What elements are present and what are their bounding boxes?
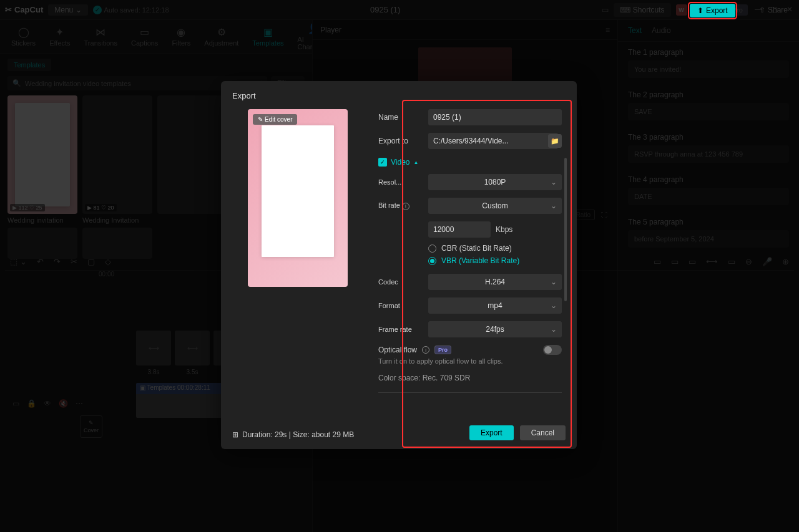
cover-preview: ✎ Edit cover: [248, 109, 348, 287]
export-icon: ⬆: [697, 6, 703, 15]
format-label: Format: [378, 302, 422, 309]
film-icon: ⊞: [232, 430, 238, 439]
export-info: ⊞ Duration: 29s | Size: about 29 MB: [232, 430, 354, 439]
color-space-label: Color space: Rec. 709 SDR: [378, 374, 562, 382]
browse-folder-button[interactable]: 📁: [548, 134, 562, 148]
optical-flow-help: Turn it on to apply optical flow to all …: [378, 357, 562, 365]
export-button-top[interactable]: ⬆ Export: [690, 4, 735, 17]
optical-flow-toggle[interactable]: [543, 345, 562, 355]
edit-cover-button[interactable]: ✎ Edit cover: [253, 114, 297, 125]
name-label: Name: [378, 113, 422, 122]
info-icon[interactable]: i: [402, 203, 409, 210]
info-icon[interactable]: i: [422, 346, 429, 354]
kbps-input[interactable]: [428, 221, 491, 238]
kbps-unit: Kbps: [496, 225, 512, 234]
scrollbar[interactable]: [564, 158, 567, 301]
export-confirm-button[interactable]: Export: [469, 425, 514, 440]
cbr-radio-row[interactable]: CBR (Static Bit Rate): [428, 244, 562, 253]
resolution-select[interactable]: 1080P: [428, 174, 562, 190]
radio-icon[interactable]: [428, 257, 436, 265]
codec-label: Codec: [378, 278, 422, 286]
video-section-toggle[interactable]: ✓ Video ▲: [378, 158, 562, 167]
radio-icon[interactable]: [428, 244, 436, 253]
modal-title: Export: [232, 91, 566, 100]
optical-flow-label: Optical flow: [378, 346, 417, 354]
export-modal: Export ✎ Edit cover Name Export to 📁: [221, 81, 577, 449]
name-input[interactable]: [428, 109, 562, 125]
framerate-label: Frame rate: [378, 326, 422, 333]
pro-badge: Pro: [434, 346, 451, 354]
export-to-label: Export to: [378, 137, 422, 145]
video-checkbox[interactable]: ✓: [378, 158, 387, 167]
format-select[interactable]: mp4: [428, 297, 562, 314]
export-path-input[interactable]: [428, 133, 558, 149]
cancel-button[interactable]: Cancel: [520, 425, 566, 440]
framerate-select[interactable]: 24fps: [428, 321, 562, 337]
collapse-icon: ▲: [413, 160, 418, 165]
vbr-radio-row[interactable]: VBR (Variable Bit Rate): [428, 256, 562, 265]
codec-select[interactable]: H.264: [428, 274, 562, 290]
resolution-label: Resol...: [378, 178, 422, 186]
bitrate-label: Bit rate i: [378, 201, 422, 210]
bitrate-select[interactable]: Custom: [428, 198, 562, 214]
